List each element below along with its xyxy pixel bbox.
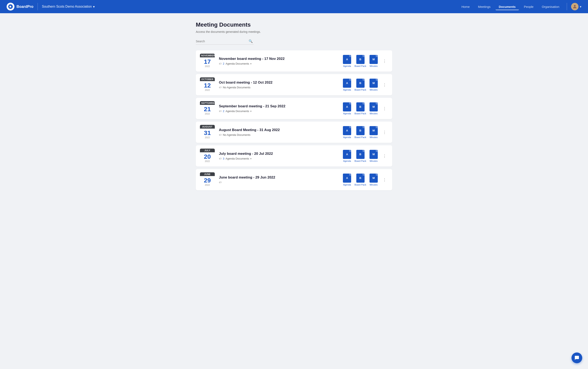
- meeting-info: November board meeting - 17 Nov 2022 🏷 2…: [219, 57, 339, 65]
- meeting-title[interactable]: Oct board meeting - 12 Oct 2022: [219, 81, 339, 85]
- nav-people[interactable]: People: [520, 3, 537, 10]
- minutes-label: Minutes: [370, 89, 378, 91]
- agenda-icon: A: [343, 55, 351, 64]
- meeting-title[interactable]: September board meeting - 21 Sep 2022: [219, 104, 339, 108]
- calendar-day: 21: [200, 105, 215, 113]
- calendar-month: July: [200, 149, 215, 152]
- boardpack-label: Board Pack: [355, 89, 366, 91]
- meeting-title[interactable]: July board meeting - 20 Jul 2022: [219, 152, 339, 156]
- brand-logo-link[interactable]: BoardPro: [7, 3, 33, 10]
- nav-documents[interactable]: Documents: [496, 3, 519, 10]
- agenda-label: Agenda: [343, 112, 351, 115]
- doc-minutes[interactable]: M Minutes: [369, 126, 378, 138]
- doc-boardpack[interactable]: B Board Pack: [355, 174, 366, 186]
- doc-boardpack[interactable]: B Board Pack: [355, 150, 366, 162]
- boardpack-icon: B: [356, 150, 365, 159]
- doc-minutes[interactable]: M Minutes: [369, 174, 378, 186]
- meeting-row: October 12 2022 Oct board meeting - 12 O…: [196, 74, 392, 95]
- doc-boardpack[interactable]: B Board Pack: [355, 102, 366, 115]
- calendar-year: 2022: [200, 136, 215, 140]
- chat-bubble[interactable]: [571, 352, 582, 363]
- tag-icon: 🏷: [219, 133, 222, 136]
- calendar-year: 2022: [200, 113, 215, 116]
- more-options-button[interactable]: ⋮: [381, 82, 388, 88]
- tag-icon: 🏷: [219, 86, 222, 89]
- boardpack-label: Board Pack: [355, 112, 366, 115]
- agenda-label: Agenda: [343, 184, 351, 186]
- doc-agenda[interactable]: A Agenda: [343, 126, 351, 138]
- agenda-count: 3: [223, 157, 224, 160]
- meeting-actions: A Agenda B Board Pack M Minutes ⋮: [343, 55, 388, 67]
- calendar-month: October: [200, 77, 215, 81]
- meeting-actions: A Agenda B Board Pack M Minutes ⋮: [343, 126, 388, 138]
- doc-minutes[interactable]: M Minutes: [369, 150, 378, 162]
- agenda-dropdown-arrow[interactable]: ▾: [250, 157, 252, 160]
- no-agenda-docs: No Agenda Documents: [223, 133, 251, 136]
- calendar-day: 20: [200, 152, 215, 160]
- agenda-icon: A: [343, 174, 351, 183]
- org-dropdown-icon: ▾: [93, 5, 95, 9]
- more-options-button[interactable]: ⋮: [381, 106, 388, 111]
- calendar-month: September: [200, 101, 215, 105]
- agenda-dropdown-arrow[interactable]: ▾: [250, 62, 252, 65]
- calendar-month: November: [200, 54, 215, 57]
- calendar-day: 17: [200, 57, 215, 65]
- more-options-button[interactable]: ⋮: [381, 153, 388, 159]
- doc-agenda[interactable]: A Agenda: [343, 79, 351, 91]
- doc-minutes[interactable]: M Minutes: [369, 102, 378, 115]
- doc-agenda[interactable]: A Agenda: [343, 174, 351, 186]
- user-avatar-wrapper[interactable]: ▾: [571, 3, 581, 10]
- calendar-day: 29: [200, 176, 215, 184]
- meeting-info: July board meeting - 20 Jul 2022 🏷 3 Age…: [219, 152, 339, 160]
- boardpack-label: Board Pack: [355, 65, 366, 67]
- nav-home[interactable]: Home: [458, 3, 473, 10]
- doc-boardpack[interactable]: B Board Pack: [355, 126, 366, 138]
- org-name[interactable]: Southern Scots Demo Association ▾: [42, 5, 95, 9]
- main-content: Meeting Documents Access the documents g…: [191, 13, 397, 199]
- doc-boardpack[interactable]: B Board Pack: [355, 79, 366, 91]
- calendar-year: 2022: [200, 65, 215, 68]
- minutes-label: Minutes: [370, 136, 378, 138]
- meeting-info: September board meeting - 21 Sep 2022 🏷 …: [219, 104, 339, 113]
- meeting-docs: 🏷 No Agenda Documents: [219, 86, 339, 89]
- no-agenda-docs: No Agenda Documents: [223, 86, 251, 89]
- boardpack-icon: B: [356, 79, 365, 88]
- nav-meetings[interactable]: Meetings: [475, 3, 494, 10]
- doc-minutes[interactable]: M Minutes: [369, 79, 378, 91]
- meeting-title[interactable]: August Board Meeting - 31 Aug 2022: [219, 128, 339, 132]
- doc-minutes[interactable]: M Minutes: [369, 55, 378, 67]
- minutes-icon: M: [369, 102, 378, 112]
- agenda-docs-label: Agenda Documents: [225, 62, 249, 65]
- agenda-icon: A: [343, 126, 351, 135]
- calendar-month: August: [200, 125, 215, 129]
- agenda-count: 2: [223, 110, 224, 113]
- doc-boardpack[interactable]: B Board Pack: [355, 55, 366, 67]
- more-options-button[interactable]: ⋮: [381, 58, 388, 64]
- search-button[interactable]: 🔍: [248, 39, 253, 43]
- agenda-label: Agenda: [343, 136, 351, 138]
- calendar-year: 2022: [200, 184, 215, 187]
- minutes-icon: M: [369, 150, 378, 159]
- nav-organisation[interactable]: Organisation: [538, 3, 563, 10]
- doc-agenda[interactable]: A Agenda: [343, 55, 351, 67]
- meeting-title[interactable]: June board meeting - 29 Jun 2022: [219, 175, 339, 180]
- agenda-icon: A: [343, 150, 351, 159]
- boardpack-label: Board Pack: [355, 184, 366, 186]
- more-options-button[interactable]: ⋮: [381, 177, 388, 183]
- search-input[interactable]: [196, 40, 248, 43]
- meeting-title[interactable]: November board meeting - 17 Nov 2022: [219, 57, 339, 61]
- agenda-label: Agenda: [343, 160, 351, 162]
- agenda-docs-label: Agenda Documents: [225, 157, 249, 160]
- doc-agenda[interactable]: A Agenda: [343, 102, 351, 115]
- boardpro-logo: [7, 3, 14, 10]
- tag-icon: 🏷: [219, 157, 222, 160]
- agenda-dropdown-arrow[interactable]: ▾: [250, 110, 252, 113]
- page-subtitle: Access the documents generated during me…: [196, 30, 392, 33]
- user-avatar: [571, 3, 578, 10]
- minutes-icon: M: [369, 126, 378, 135]
- calendar-day: 12: [200, 81, 215, 89]
- tag-icon: 🏷: [219, 181, 222, 184]
- tag-icon: 🏷: [219, 110, 222, 113]
- doc-agenda[interactable]: A Agenda: [343, 150, 351, 162]
- more-options-button[interactable]: ⋮: [381, 130, 388, 135]
